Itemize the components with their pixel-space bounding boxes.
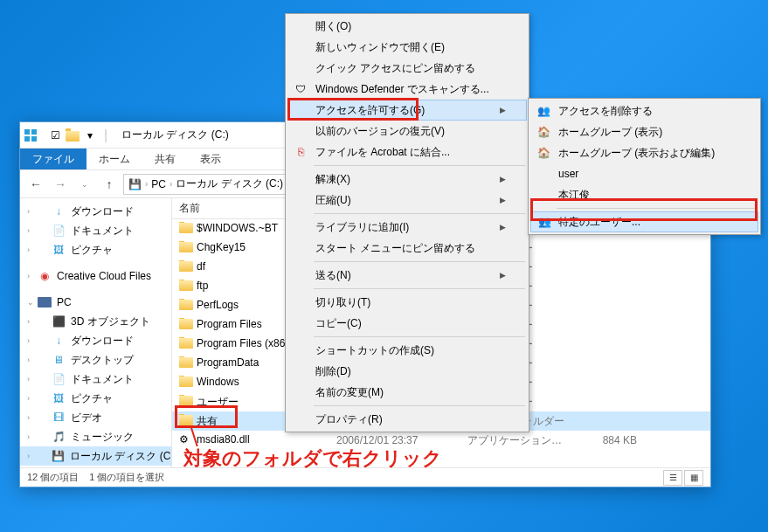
nav-videos[interactable]: 🎞ビデオ›: [20, 408, 171, 427]
separator: [314, 336, 525, 337]
folder-icon: [179, 280, 193, 294]
file-name: ユーザー: [197, 396, 239, 408]
menu-copy[interactable]: コピー(C): [287, 313, 527, 334]
submenu-user[interactable]: user: [530, 163, 758, 184]
menu-cut[interactable]: 切り取り(T): [287, 292, 527, 313]
separator: [314, 288, 525, 289]
nav-recent-icon[interactable]: ⌄: [74, 174, 95, 195]
folder-icon: [179, 260, 193, 274]
music-icon: 🎵: [52, 430, 66, 444]
menu-pin-quick-access[interactable]: クイック アクセスにピン留めする: [287, 58, 527, 79]
remove-access-icon: 👥: [536, 103, 551, 119]
menu-defender-scan[interactable]: 🛡Windows Defender でスキャンする...: [287, 79, 527, 100]
chevron-right-icon: ▶: [500, 271, 506, 280]
nav-forward-button[interactable]: →: [50, 174, 71, 195]
creative-cloud-icon: ◉: [38, 269, 52, 283]
download-icon: ↓: [52, 204, 66, 218]
tab-share[interactable]: 共有: [142, 149, 188, 169]
separator: [557, 208, 757, 209]
submenu-specific-user[interactable]: 👥特定のユーザー...: [530, 211, 758, 232]
crumb-pc[interactable]: PC: [151, 178, 166, 190]
menu-compress[interactable]: 圧縮(U)▶: [287, 190, 527, 211]
svg-rect-3: [31, 136, 37, 142]
folder-icon: [179, 395, 193, 409]
chevron-right-icon: ▶: [500, 223, 506, 231]
menu-pin-start[interactable]: スタート メニューにピン留めする: [287, 238, 527, 259]
menu-open[interactable]: 開く(O): [287, 16, 527, 37]
nav-documents-2[interactable]: 📄ドキュメント›: [20, 370, 171, 389]
menu-grant-access[interactable]: アクセスを許可する(G)▶: [287, 100, 527, 121]
menu-properties[interactable]: プロパティ(R): [287, 409, 527, 430]
file-name: Program Files: [197, 318, 262, 330]
chevron-right-icon: ▶: [500, 175, 506, 183]
nav-pictures-2[interactable]: 🖼ピクチャ›: [20, 389, 171, 408]
file-name: ChgKey15: [197, 241, 246, 253]
cube-icon: ⬛: [52, 314, 66, 328]
submenu-homegroup-view[interactable]: 🏠ホームグループ (表示): [530, 121, 758, 142]
nav-creative-cloud[interactable]: ◉Creative Cloud Files›: [20, 266, 171, 286]
folder-icon: [179, 222, 193, 236]
folder-icon: [179, 376, 193, 390]
view-icons-button[interactable]: ▦: [684, 470, 703, 486]
menu-delete[interactable]: 削除(D): [287, 361, 527, 382]
submenu-user-2[interactable]: 本江俊: [530, 184, 758, 205]
menu-previous-versions[interactable]: 以前のバージョンの復元(V): [287, 121, 527, 142]
pdf-icon: ⎘: [293, 144, 308, 160]
nav-downloads[interactable]: ↓ダウンロード›: [20, 202, 171, 221]
submenu-remove-access[interactable]: 👥アクセスを削除する: [530, 100, 758, 121]
nav-3d-objects[interactable]: ⬛3D オブジェクト›: [20, 312, 171, 331]
submenu-homegroup-edit[interactable]: 🏠ホームグループ (表示および編集): [530, 142, 758, 163]
app-icon: [24, 128, 38, 142]
qat-properties-icon[interactable]: ☑: [48, 128, 62, 142]
window-title: ローカル ディスク (C:): [121, 128, 229, 142]
file-name: $WINDOWS.~BT: [197, 222, 278, 234]
context-submenu: 👥アクセスを削除する 🏠ホームグループ (表示) 🏠ホームグループ (表示および…: [528, 98, 761, 235]
file-name: msdia80.dll: [197, 433, 250, 446]
nav-back-button[interactable]: ←: [25, 174, 46, 195]
folder-icon: [179, 299, 193, 313]
video-icon: 🎞: [52, 411, 66, 425]
tab-view[interactable]: 表示: [188, 149, 233, 169]
download-icon: ↓: [52, 334, 66, 348]
status-selected: 1 個の項目を選択: [89, 471, 164, 484]
nav-music[interactable]: 🎵ミュージック›: [20, 427, 171, 446]
picture-icon: 🖼: [52, 243, 66, 257]
homegroup-icon: 🏠: [536, 145, 551, 161]
nav-up-button[interactable]: ↑: [99, 174, 120, 195]
separator: [314, 213, 525, 214]
chevron-right-icon: ▶: [500, 106, 506, 114]
file-type: アプリケーション拡張: [460, 433, 574, 448]
file-name: df: [197, 260, 205, 273]
nav-downloads-2[interactable]: ↓ダウンロード›: [20, 331, 171, 350]
chevron-right-icon: ›: [145, 179, 148, 189]
nav-dvd[interactable]: 💿DVD RW ドライブ›: [20, 466, 171, 467]
nav-pictures[interactable]: 🖼ピクチャ›: [20, 240, 171, 259]
file-name: Windows: [197, 376, 239, 388]
menu-rename[interactable]: 名前の変更(M): [287, 382, 527, 403]
folder-icon: [179, 318, 193, 332]
menu-acrobat-combine[interactable]: ⎘ファイルを Acrobat に結合...: [287, 142, 527, 162]
nav-desktop[interactable]: 🖥デスクトップ›: [20, 350, 171, 370]
tab-file[interactable]: ファイル: [20, 149, 86, 169]
menu-create-shortcut[interactable]: ショートカットの作成(S): [287, 340, 527, 361]
tab-home[interactable]: ホーム: [86, 149, 142, 169]
nav-documents[interactable]: 📄ドキュメント›: [20, 221, 171, 240]
view-details-button[interactable]: ☰: [663, 470, 682, 486]
people-icon: 👥: [536, 214, 552, 230]
folder-icon: [179, 356, 193, 370]
chevron-right-icon: ▶: [500, 196, 506, 204]
file-name: ProgramData: [197, 356, 259, 369]
qat-dropdown-icon[interactable]: ▾: [83, 128, 97, 142]
folder-icon: [179, 414, 193, 428]
document-icon: 📄: [52, 224, 66, 238]
menu-open-new-window[interactable]: 新しいウィンドウで開く(E): [287, 37, 527, 58]
menu-add-library[interactable]: ライブラリに追加(I)▶: [287, 217, 527, 238]
separator: [314, 261, 525, 262]
crumb-drive[interactable]: ローカル ディスク (C:): [176, 176, 283, 191]
navigation-pane: ↓ダウンロード› 📄ドキュメント› 🖼ピクチャ› ◉Creative Cloud…: [20, 198, 172, 467]
menu-send-to[interactable]: 送る(N)▶: [287, 265, 527, 286]
nav-c-drive[interactable]: 💾ローカル ディスク (C:)›: [20, 446, 171, 466]
menu-extract[interactable]: 解凍(X)▶: [287, 169, 527, 190]
nav-pc[interactable]: PC⌄: [20, 293, 171, 312]
file-name: 共有: [197, 415, 218, 427]
